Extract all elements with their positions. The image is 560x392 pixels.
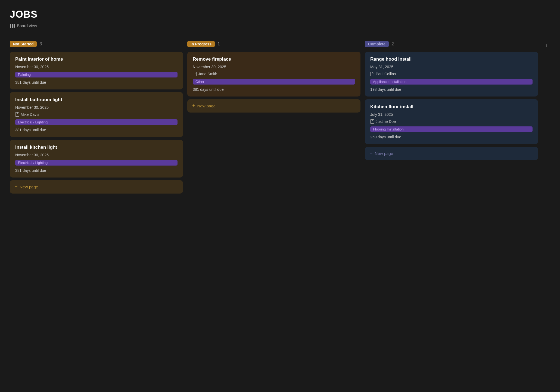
new-page-label: New page — [197, 104, 216, 108]
plus-icon: + — [15, 184, 18, 190]
card-days: 381 days until due — [15, 80, 178, 85]
card-date: November 30, 2025 — [193, 65, 355, 69]
board-columns: Not Started 3 Paint interior of home Nov… — [10, 41, 550, 194]
card-remove-fireplace[interactable]: Remove fireplace November 30, 2025 Jane … — [187, 52, 360, 97]
assignee-name: Mike Davis — [21, 112, 39, 117]
card-assignee: Justine Doe — [370, 119, 533, 124]
new-page-button-in-progress[interactable]: + New page — [187, 99, 360, 113]
card-kitchen-light[interactable]: Install kitchen light November 30, 2025 … — [10, 140, 183, 178]
svg-rect-2 — [14, 24, 15, 28]
assignee-name: Paul Collins — [376, 72, 396, 76]
add-column-button[interactable]: + — [542, 41, 550, 51]
card-bathroom-light[interactable]: Install bathroom light November 30, 2025… — [10, 92, 183, 137]
card-title: Install bathroom light — [15, 97, 178, 102]
card-kitchen-floor[interactable]: Kitchen floor install July 31, 2025 Just… — [365, 99, 538, 144]
page-title: JOBS — [10, 9, 550, 20]
card-tag: Electrical / Lighting — [15, 119, 178, 125]
board-icon — [10, 24, 15, 28]
card-assignee: Paul Collins — [370, 72, 533, 76]
card-tag: Electrical / Lighting — [15, 160, 178, 166]
card-tag: Other — [193, 79, 355, 85]
card-date: November 30, 2025 — [15, 105, 178, 110]
assignee-name: Justine Doe — [376, 119, 396, 124]
new-page-button-complete[interactable]: + New page — [365, 147, 538, 160]
column-header-in-progress: In Progress 1 — [187, 41, 360, 47]
file-icon — [370, 72, 374, 76]
card-days: 381 days until due — [15, 128, 178, 132]
card-date: November 30, 2025 — [15, 65, 178, 69]
card-title: Range hood install — [370, 57, 533, 62]
card-assignee: Jane Smith — [193, 72, 355, 76]
column-count-not-started: 3 — [39, 42, 42, 46]
card-days: 381 days until due — [193, 87, 355, 92]
file-icon — [15, 112, 19, 117]
column-complete: Complete 2 Range hood install May 31, 20… — [365, 41, 538, 160]
card-range-hood[interactable]: Range hood install May 31, 2025 Paul Col… — [365, 52, 538, 97]
card-tag: Painting — [15, 72, 178, 77]
column-header-complete: Complete 2 — [365, 41, 538, 47]
card-tag: Appliance Installation — [370, 79, 533, 85]
card-paint-interior[interactable]: Paint interior of home November 30, 2025… — [10, 52, 183, 89]
card-date: May 31, 2025 — [370, 65, 533, 69]
column-in-progress: In Progress 1 Remove fireplace November … — [187, 41, 360, 113]
svg-rect-1 — [12, 24, 13, 28]
file-icon — [370, 119, 374, 124]
board-view-label: Board view — [10, 23, 550, 33]
card-title: Remove fireplace — [193, 57, 355, 62]
status-badge-complete: Complete — [365, 41, 389, 47]
file-icon — [193, 72, 197, 76]
card-days: 198 days until due — [370, 87, 533, 92]
status-badge-not-started: Not Started — [10, 41, 37, 47]
plus-icon: + — [370, 151, 373, 156]
card-title: Paint interior of home — [15, 57, 178, 62]
card-days: 259 days until due — [370, 135, 533, 139]
card-title: Kitchen floor install — [370, 104, 533, 110]
new-page-label: New page — [20, 185, 38, 189]
card-date: November 30, 2025 — [15, 153, 178, 157]
card-tag: Flooring Installation — [370, 126, 533, 132]
card-days: 381 days until due — [15, 168, 178, 173]
assignee-name: Jane Smith — [198, 72, 217, 76]
new-page-button-not-started[interactable]: + New page — [10, 180, 183, 194]
column-not-started: Not Started 3 Paint interior of home Nov… — [10, 41, 183, 194]
column-header-not-started: Not Started 3 — [10, 41, 183, 47]
column-count-complete: 2 — [391, 42, 394, 46]
new-page-label: New page — [375, 151, 393, 156]
svg-rect-0 — [10, 24, 11, 28]
add-column-area: + — [542, 41, 550, 51]
board-view-text: Board view — [17, 23, 37, 28]
column-count-in-progress: 1 — [217, 42, 220, 46]
card-date: July 31, 2025 — [370, 112, 533, 117]
status-badge-in-progress: In Progress — [187, 41, 215, 47]
plus-icon: + — [192, 103, 195, 109]
card-assignee: Mike Davis — [15, 112, 178, 117]
card-title: Install kitchen light — [15, 145, 178, 150]
